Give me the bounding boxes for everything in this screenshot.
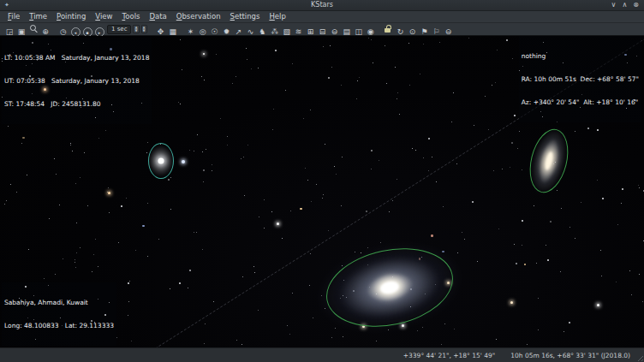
star	[303, 118, 304, 119]
whats-interesting-icon[interactable]: ◫	[354, 27, 363, 37]
toggle-constellation-boundaries-icon[interactable]: ▧	[282, 27, 291, 37]
time-step-spinner[interactable]: ▲▼	[141, 25, 147, 33]
star	[488, 129, 489, 130]
star	[323, 194, 324, 195]
main-toolbar: ◲▣⊕ ◷◂▪▸ 1 sec ▲▼ ▲▼ ✥▦ ✶◎☉✹↗∿♞⁂▧≋⊞⊟⊖▤◫◉…	[0, 23, 644, 36]
star	[258, 68, 259, 68]
star	[75, 183, 76, 184]
fits-viewer-icon[interactable]: ▣	[17, 27, 27, 37]
star	[522, 220, 523, 222]
flag-icon[interactable]: ⚑	[420, 27, 429, 37]
toggle-constellation-art-icon[interactable]: ♞	[258, 27, 267, 37]
star	[98, 299, 98, 300]
title-bar[interactable]: ✦ KStars ∨ ∧ ⊗	[0, 0, 644, 11]
star	[82, 98, 83, 99]
close-icon[interactable]: ⊗	[633, 0, 639, 10]
time-step-widget[interactable]: 1 sec ▲▼ ▲▼	[107, 25, 147, 34]
star	[341, 85, 342, 86]
capture-sky-icon[interactable]: ◲	[5, 27, 15, 37]
set-time-icon[interactable]: ◷	[59, 27, 69, 37]
star	[204, 80, 205, 80]
time-infobox[interactable]: LT: 10:05:38 AM Saturday, January 13, 20…	[2, 38, 152, 124]
toggle-horizontal-grid-icon[interactable]: ⊟	[318, 27, 327, 37]
star	[202, 151, 203, 152]
star	[80, 177, 80, 178]
toggle-constellation-lines-icon[interactable]: ∿	[246, 27, 255, 37]
sky-map[interactable]: LT: 10:05:38 AM Saturday, January 13, 20…	[0, 36, 644, 347]
star	[76, 223, 77, 223]
star	[62, 325, 63, 326]
sky-image-icon[interactable]: ▦	[168, 27, 177, 37]
star	[493, 170, 494, 171]
star	[158, 239, 159, 240]
star	[60, 317, 61, 318]
star	[512, 58, 513, 59]
focus-infobox[interactable]: nothing RA: 10h 00m 51s Dec: +68° 58' 57…	[519, 36, 641, 122]
flag-outline-icon[interactable]: ⚐	[432, 27, 441, 37]
minimize-icon[interactable]: ∨	[611, 0, 617, 10]
star	[627, 62, 628, 63]
toggle-deep-sky-icon[interactable]: ◎	[198, 27, 207, 37]
star	[443, 206, 444, 207]
star	[33, 295, 34, 296]
maximize-icon[interactable]: ∧	[622, 0, 627, 10]
toggle-milky-way-icon[interactable]: ≋	[294, 27, 303, 37]
remove-object-icon[interactable]: ⊖	[444, 27, 453, 37]
toggle-satellites-icon[interactable]: ↗	[234, 27, 243, 37]
time-step-value[interactable]: 1 sec	[107, 25, 131, 34]
star	[617, 224, 618, 225]
eyepiece-view-icon[interactable]: ◉	[366, 27, 375, 37]
star	[65, 62, 66, 62]
star	[75, 259, 75, 260]
track-object-icon[interactable]: ✥	[156, 27, 165, 37]
focus-azalt-line: Az: +340° 20' 54" Alt: +18° 10' 16"	[522, 98, 639, 106]
focus-object-name: nothing	[522, 52, 639, 60]
star	[84, 152, 85, 153]
star	[371, 39, 372, 40]
star	[310, 110, 311, 110]
sync-icon[interactable]: ↻	[396, 27, 405, 37]
toggle-horizon-icon[interactable]: ⊖	[330, 27, 339, 37]
bright-star	[597, 304, 599, 306]
star	[16, 192, 17, 193]
star	[116, 337, 117, 338]
star	[575, 238, 575, 239]
star	[147, 203, 148, 204]
star	[92, 271, 92, 272]
statusbar-azalt: +339° 44' 21", +18° 15' 49"	[403, 352, 495, 359]
lock-icon[interactable]	[384, 24, 393, 34]
set-location-icon[interactable]: ⊕	[41, 27, 51, 37]
star	[54, 158, 55, 159]
bright-star	[203, 53, 205, 55]
resize-grip[interactable]	[635, 353, 643, 361]
star	[569, 322, 570, 323]
center-target-icon[interactable]: ⊙	[408, 27, 417, 37]
star	[59, 205, 60, 205]
star	[63, 258, 63, 259]
star	[330, 45, 331, 46]
toggle-constellation-names-icon[interactable]: ⁂	[270, 27, 279, 37]
observation-list-icon[interactable]: ▤	[342, 27, 351, 37]
star	[9, 54, 10, 55]
star	[328, 230, 329, 231]
time-step-unit-spinner[interactable]: ▲▼	[133, 25, 139, 33]
toolbar-separator	[149, 24, 155, 34]
bright-star	[108, 192, 110, 194]
toggle-equatorial-grid-icon[interactable]: ⊞	[306, 27, 315, 37]
star	[39, 81, 40, 82]
star	[76, 252, 77, 253]
star	[581, 202, 581, 203]
star	[147, 256, 148, 257]
find-object-icon[interactable]	[29, 24, 39, 34]
location-infobox[interactable]: Sabahiya, Ahmadi, Kuwait Long: 48.100833…	[2, 282, 116, 346]
star	[290, 211, 291, 211]
toggle-supernovae-icon[interactable]: ✹	[222, 27, 231, 37]
toggle-stars-icon[interactable]: ✶	[186, 27, 195, 37]
star	[428, 170, 429, 171]
menu-tools[interactable]: Tools	[118, 11, 145, 22]
star	[227, 136, 228, 137]
star	[194, 151, 194, 151]
toggle-solar-system-icon[interactable]: ☉	[210, 27, 219, 37]
star	[292, 63, 293, 64]
star	[32, 93, 33, 94]
